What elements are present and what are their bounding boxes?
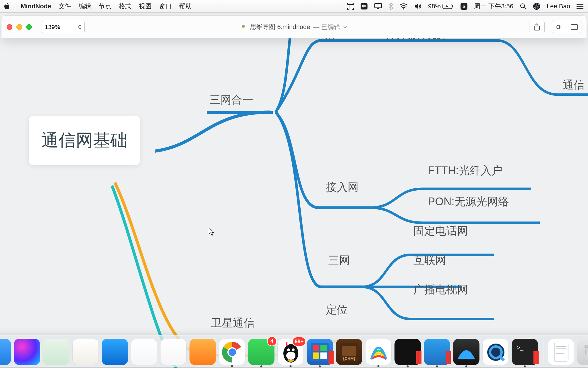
dock-app-paintbrush[interactable] — [189, 339, 216, 365]
menu-format[interactable]: 格式 — [119, 2, 131, 11]
svg-rect-49 — [533, 351, 536, 364]
dock-app-finder[interactable] — [0, 339, 11, 365]
dock-app-numbers[interactable] — [131, 339, 157, 365]
node-dingwei[interactable]: 定位 — [326, 302, 348, 317]
window-fullscreen-button[interactable] — [26, 24, 32, 30]
dock-app-chrome[interactable] — [219, 339, 245, 365]
sogou-icon[interactable]: S — [460, 3, 468, 10]
svg-text:>_: >_ — [517, 344, 524, 351]
dock-app-siri[interactable] — [14, 339, 40, 365]
dock-app-terminal-alt[interactable]: >_ — [512, 339, 538, 365]
document-window-titlebar: 139% 思维导图 6.mindnode — 已编辑 — [1, 16, 587, 38]
node-hulianwang[interactable]: 互联网 — [413, 253, 446, 268]
dock-app-wechat[interactable]: 4 — [248, 339, 274, 365]
wechat-badge: 4 — [268, 337, 276, 346]
dock-app-chm-reader[interactable]: {CHM} — [336, 339, 362, 365]
inspector-panel-button[interactable] — [567, 24, 581, 30]
node-jieruwang[interactable]: 接入网 — [326, 180, 359, 195]
dock-app-textedit[interactable] — [548, 339, 574, 365]
share-button[interactable] — [529, 21, 545, 33]
battery-status[interactable]: 98% — [428, 3, 454, 10]
svg-rect-5 — [452, 5, 453, 7]
node-gudingdianhua[interactable]: 固定电话网 — [413, 224, 468, 238]
dock-trash[interactable] — [577, 339, 588, 365]
dock-divider — [543, 339, 543, 363]
node-sanwang[interactable]: 三网 — [328, 253, 350, 268]
clock-label[interactable]: 周一 下午3:56 — [474, 2, 513, 11]
dock-app-mindnode[interactable] — [365, 339, 392, 365]
dock-app-process-tool[interactable] — [424, 339, 450, 365]
menu-node[interactable]: 节点 — [99, 2, 111, 11]
svg-rect-38 — [331, 351, 334, 364]
dock-app-quicktime[interactable] — [482, 339, 509, 365]
svg-point-30 — [287, 348, 290, 351]
qq-badge: 99+ — [293, 337, 305, 346]
document-title-label[interactable]: 思维导图 6.mindnode — [250, 23, 310, 31]
menu-edit[interactable]: 编辑 — [79, 2, 91, 11]
apple-menu-icon[interactable] — [4, 3, 11, 10]
svg-text:S: S — [463, 4, 466, 9]
svg-rect-36 — [320, 352, 327, 359]
zoom-level-select[interactable]: 139% — [42, 21, 85, 33]
dock-app-parallels[interactable] — [307, 339, 333, 365]
chevron-down-icon[interactable] — [343, 26, 347, 28]
svg-rect-34 — [320, 345, 327, 351]
node-guangbodianshi[interactable]: 广播电视网 — [413, 282, 468, 297]
macos-menubar: MindNode 文件 编辑 节点 格式 视图 窗口 帮助 中 98% — [0, 0, 588, 13]
zoom-value: 139% — [45, 24, 60, 30]
input-method-icon[interactable]: 中 — [360, 3, 368, 10]
outline-panel-button[interactable] — [553, 24, 567, 30]
svg-point-17 — [577, 4, 578, 5]
svg-text:中: 中 — [362, 4, 366, 9]
menu-help[interactable]: 帮助 — [179, 2, 192, 11]
user-label[interactable]: Lee Bao — [547, 3, 570, 10]
svg-point-3 — [403, 8, 404, 9]
window-title: 思维导图 6.mindnode — 已编辑 — [1, 23, 587, 31]
dock-app-maps[interactable] — [43, 339, 69, 365]
dock-app-keynote[interactable] — [102, 339, 128, 365]
svg-text:{CHM}: {CHM} — [343, 356, 355, 361]
window-minimize-button[interactable] — [16, 24, 22, 30]
node-pon[interactable]: PON:无源光网络 — [428, 194, 509, 209]
svg-rect-50 — [536, 351, 539, 364]
battery-percent-label: 98% — [428, 3, 441, 10]
window-close-button[interactable] — [7, 24, 12, 30]
mindmap-canvas[interactable]: 通信网基础 三网合一 猫：Modem（调制解调器） 通信 接入网 FTTH:光纤… — [0, 38, 588, 368]
node-ftth[interactable]: FTTH:光纤入户 — [428, 163, 502, 178]
svg-point-19 — [577, 8, 578, 9]
keyboard-shortcuts-icon[interactable] — [347, 3, 354, 10]
wifi-icon[interactable] — [399, 3, 408, 9]
bluetooth-icon[interactable] — [388, 3, 393, 10]
notification-center-icon[interactable] — [577, 3, 584, 9]
dock-app-shark-tool[interactable] — [453, 339, 479, 365]
dock-app-pages[interactable] — [160, 339, 187, 365]
svg-point-18 — [577, 6, 578, 7]
svg-rect-37 — [328, 351, 331, 364]
airplay-icon[interactable] — [374, 3, 382, 10]
menu-view[interactable]: 视图 — [139, 2, 152, 11]
menu-window[interactable]: 窗口 — [159, 2, 172, 11]
svg-rect-33 — [313, 345, 319, 351]
svg-point-8 — [521, 4, 525, 8]
svg-rect-51 — [554, 343, 568, 361]
svg-rect-45 — [448, 351, 451, 364]
node-sanwangheyi[interactable]: 三网合一 — [210, 93, 253, 107]
siri-icon[interactable] — [533, 3, 540, 10]
node-weixingtongxin[interactable]: 卫星通信 — [211, 316, 255, 330]
panel-toggle-buttons — [553, 21, 581, 33]
mindmap-root-node[interactable]: 通信网基础 — [29, 116, 140, 165]
svg-rect-56 — [585, 345, 588, 347]
edited-label: 已编辑 — [321, 23, 340, 30]
dock-app-notes[interactable] — [72, 339, 99, 365]
node-modem-partial[interactable]: 猫：Modem（调制解调器） — [324, 38, 452, 42]
macos-dock: 4 99+ {CHM} >_ — [0, 335, 588, 367]
svg-rect-42 — [416, 351, 419, 364]
volume-icon[interactable] — [414, 3, 422, 9]
root-label: 通信网基础 — [41, 131, 127, 150]
menu-file[interactable]: 文件 — [59, 2, 71, 11]
dock-app-terminal[interactable] — [394, 339, 421, 365]
node-right-partial[interactable]: 通信 — [563, 78, 585, 92]
spotlight-icon[interactable] — [520, 3, 527, 10]
app-name[interactable]: MindNode — [21, 3, 51, 10]
dock-app-qq[interactable]: 99+ — [277, 339, 304, 365]
